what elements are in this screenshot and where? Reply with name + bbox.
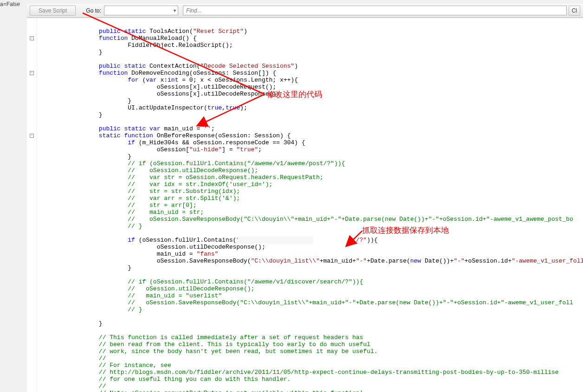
fold-toggle[interactable]: - — [30, 71, 34, 75]
code-editor[interactable]: --- public static ToolsAction("Reset Scr… — [27, 18, 583, 392]
save-script-button[interactable]: Save Script — [30, 6, 76, 16]
code-area[interactable]: public static ToolsAction("Reset Script"… — [37, 18, 583, 392]
fold-toggle[interactable]: - — [30, 36, 34, 40]
redacted-region — [238, 237, 313, 244]
fragment-label: a=False — [0, 1, 20, 7]
goto-dropdown[interactable] — [104, 6, 178, 15]
gutter: --- — [27, 18, 37, 392]
goto-label: Go to: — [86, 7, 101, 14]
find-input[interactable] — [183, 6, 567, 15]
fold-toggle[interactable]: - — [30, 134, 34, 138]
toolbar: Save Script Go to: Cl — [27, 4, 583, 18]
right-button[interactable]: Cl — [569, 6, 580, 16]
